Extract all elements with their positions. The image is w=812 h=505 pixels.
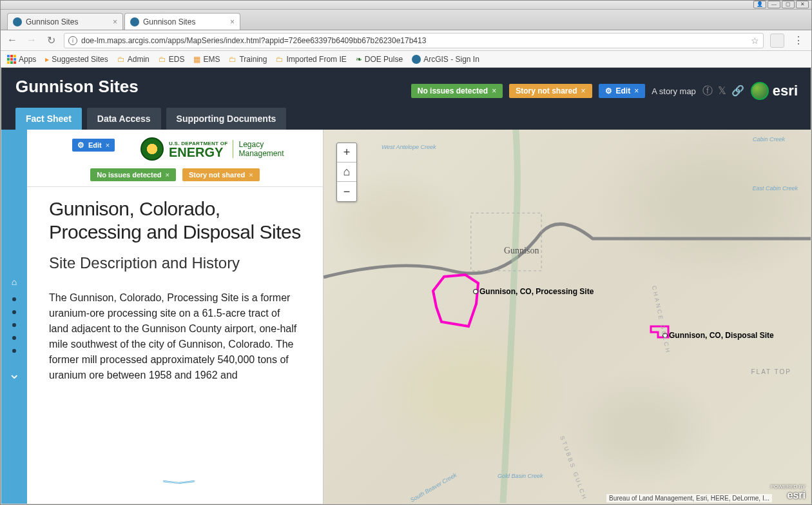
creek-label: East Cabin Creek (752, 185, 798, 192)
address-bar[interactable]: i doe-lm.maps.arcgis.com/apps/MapSeries/… (64, 33, 764, 48)
favicon-icon (130, 17, 139, 26)
os-title-bar: 👤 — ▢ ✕ (1, 1, 811, 10)
forward-button[interactable]: → (25, 34, 38, 47)
bookmark-item[interactable]: ❧DOE Pulse (356, 55, 403, 64)
home-icon[interactable]: ⌂ (12, 277, 17, 287)
browser-tab-bar: Gunnison Sites × Gunnison Sites × (1, 10, 811, 30)
app-tabs: Fact Sheet Data Access Supporting Docume… (15, 108, 286, 130)
panel-issues-pill[interactable]: No issues detected× (90, 168, 176, 181)
chevron-down-icon[interactable]: ⌄ (8, 366, 20, 382)
globe-icon (412, 55, 421, 64)
site-label-processing[interactable]: Gunnison, CO, Processing Site (473, 287, 594, 296)
user-icon[interactable]: 👤 (753, 1, 766, 8)
bookmark-item[interactable]: 🗀Admin (117, 55, 150, 64)
nav-dot[interactable] (12, 336, 16, 340)
bookmark-apps[interactable]: Apps (7, 55, 36, 64)
nav-dot[interactable] (12, 297, 16, 301)
folder-icon: 🗀 (117, 55, 125, 64)
social-icons: ⓕ 𝕏 🔗 (702, 84, 744, 98)
tab-title: Gunnison Sites (143, 17, 195, 26)
browser-menu-button[interactable]: ⋮ (791, 34, 806, 46)
facebook-icon[interactable]: ⓕ (702, 84, 713, 98)
url-text: doe-lm.maps.arcgis.com/apps/MapSeries/in… (81, 36, 426, 45)
folder-icon: ▸ (45, 55, 49, 64)
scroll-down-icon[interactable]: ︾ (161, 477, 189, 491)
doe-logo: U.S. DEPARTMENT OF ENERGY LegacyManageme… (140, 137, 313, 161)
issues-pill[interactable]: No issues detected× (411, 84, 503, 98)
panel-share-pill[interactable]: Story not shared× (182, 168, 260, 181)
map-view[interactable]: + ⌂ − Gunnison Gunnison, CO, Processing … (324, 130, 811, 504)
close-icon[interactable]: × (249, 171, 253, 179)
zoom-in-button[interactable]: + (337, 143, 356, 163)
close-window-button[interactable]: ✕ (796, 1, 809, 8)
map-attribution: Bureau of Land Management, Esri, HERE, D… (606, 494, 772, 502)
nav-dot[interactable] (12, 310, 16, 314)
globe-icon (751, 82, 769, 100)
maximize-button[interactable]: ▢ (782, 1, 795, 8)
tab-fact-sheet[interactable]: Fact Sheet (15, 108, 82, 130)
gear-icon: ⚙ (605, 86, 612, 95)
bookmark-item[interactable]: ▦EMS (193, 55, 220, 64)
article-heading: Gunnison, Colorado, Processing and Dispo… (49, 197, 301, 244)
edit-button[interactable]: ⚙Edit× (599, 84, 646, 98)
link-icon[interactable]: 🔗 (731, 84, 744, 98)
city-label: Gunnison (504, 246, 539, 256)
tab-supporting-documents[interactable]: Supporting Documents (166, 108, 287, 130)
close-icon[interactable]: × (106, 141, 110, 149)
tab-data-access[interactable]: Data Access (87, 108, 161, 130)
bookmark-item[interactable]: 🗀Training (229, 55, 267, 64)
powered-by-esri: POWERED BY esri (771, 484, 806, 501)
extension-button[interactable] (770, 34, 784, 48)
doe-seal-icon (140, 137, 164, 161)
share-pill[interactable]: Story not shared× (509, 84, 592, 98)
tab-title: Gunnison Sites (26, 17, 78, 26)
tab-close-icon[interactable]: × (230, 17, 235, 26)
esri-logo[interactable]: esri (751, 82, 798, 100)
gear-icon: ⚙ (77, 141, 84, 150)
zoom-controls: + ⌂ − (336, 143, 357, 202)
app-title: Gunnison Sites (15, 77, 139, 97)
site-label-disposal[interactable]: Gunnison, CO, Disposal Site (662, 331, 774, 340)
close-icon[interactable]: × (492, 86, 496, 95)
minimize-button[interactable]: — (768, 1, 780, 8)
side-rail: ⌂ ⌄ (1, 130, 27, 504)
panel-edit-button[interactable]: ⚙Edit× (72, 139, 115, 152)
zoom-out-button[interactable]: − (337, 182, 356, 201)
folder-icon: 🗀 (159, 55, 166, 64)
app-viewport: Gunnison Sites No issues detected× Story… (1, 68, 811, 504)
bookmark-item[interactable]: ▸Suggested Sites (45, 55, 108, 64)
close-icon[interactable]: × (581, 86, 586, 95)
processing-site-boundary[interactable] (430, 272, 494, 333)
terrain-label: FLAT TOP (751, 368, 792, 375)
close-icon[interactable]: × (165, 171, 169, 179)
bookmarks-bar: Apps ▸Suggested Sites 🗀Admin 🗀EDS ▦EMS 🗀… (1, 51, 811, 68)
nav-dot[interactable] (12, 323, 16, 327)
article-subheading: Site Description and History (49, 254, 301, 272)
twitter-icon[interactable]: 𝕏 (718, 84, 726, 98)
creek-label: Cabin Creek (753, 136, 785, 143)
browser-tab[interactable]: Gunnison Sites × (7, 13, 123, 30)
browser-toolbar: ← → ↻ i doe-lm.maps.arcgis.com/apps/MapS… (1, 30, 811, 51)
zoom-home-button[interactable]: ⌂ (337, 163, 356, 182)
bookmark-item[interactable]: 🗀Imported From IE (276, 55, 346, 64)
bookmark-item[interactable]: ArcGIS - Sign In (412, 55, 479, 64)
bookmark-star-icon[interactable]: ☆ (751, 35, 759, 46)
bookmark-item[interactable]: 🗀EDS (159, 55, 185, 64)
content-fade: ︾ (27, 459, 323, 504)
browser-tab[interactable]: Gunnison Sites × (124, 13, 240, 30)
back-button[interactable]: ← (6, 34, 19, 47)
article-body: The Gunnison, Colorado, Processing Site … (49, 290, 301, 383)
content-panel: ⚙Edit× U.S. DEPARTMENT OF ENERGY LegacyM… (27, 130, 324, 504)
creek-label: Gold Basin Creek (498, 473, 543, 479)
tab-close-icon[interactable]: × (113, 17, 117, 26)
folder-icon: 🗀 (229, 55, 237, 64)
legacy-management-label: LegacyManagement (233, 140, 284, 158)
nav-dot[interactable] (12, 349, 16, 353)
apps-icon (7, 55, 16, 64)
article-content[interactable]: Gunnison, Colorado, Processing and Dispo… (27, 187, 323, 504)
reload-button[interactable]: ↻ (44, 34, 57, 47)
site-info-icon[interactable]: i (68, 36, 77, 45)
favicon-icon (13, 17, 22, 26)
close-icon[interactable]: × (634, 86, 639, 95)
leaf-icon: ❧ (356, 55, 362, 64)
